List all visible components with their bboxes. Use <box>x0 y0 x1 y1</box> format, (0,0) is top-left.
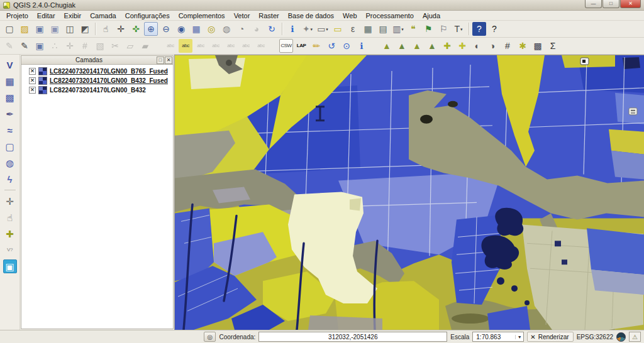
labeling-button[interactable]: ▥▾ <box>391 22 405 36</box>
layer-visibility-checkbox[interactable]: ✕ <box>29 87 36 94</box>
cut-features-button[interactable]: ✂ <box>108 39 122 53</box>
label-move-button[interactable]: abc <box>224 39 238 53</box>
menu-complementos[interactable]: Complementos <box>174 11 230 20</box>
label-show-hide-button[interactable]: abc <box>209 39 223 53</box>
add-spatialite-layer-button[interactable]: ✒ <box>3 107 17 121</box>
menu-camada[interactable]: Camada <box>86 11 121 20</box>
profile-tool-button-2[interactable]: ▲ <box>395 39 409 53</box>
maximize-button[interactable]: □ <box>602 0 619 8</box>
plugin-add-button[interactable]: ✚ <box>3 227 17 241</box>
vector-query-button[interactable]: V? <box>3 243 17 257</box>
menu-ajuda[interactable]: Ajuda <box>418 11 445 20</box>
deselect-features-button[interactable]: ▭ <box>331 22 345 36</box>
add-raster-layer-button[interactable]: ▦ <box>3 74 17 88</box>
add-postgis-layer-button[interactable]: ▩ <box>3 90 17 104</box>
zonal-statistics-button[interactable]: Σ <box>546 39 560 53</box>
feature-action-button[interactable]: ✦▾ <box>301 22 314 36</box>
lock-layers-button[interactable]: ◐ <box>470 39 484 53</box>
new-project-button[interactable]: ▢ <box>3 22 16 36</box>
map-tips-button[interactable]: ❝ <box>406 22 420 36</box>
sketch-pencil-button[interactable]: ✏ <box>309 39 323 53</box>
open-project-button[interactable]: ▨ <box>18 22 31 36</box>
profile-tool-button-3[interactable]: ▲ <box>410 39 424 53</box>
add-layer-star-button[interactable]: ✚ <box>455 39 469 53</box>
zoom-to-selection-button[interactable]: ◎ <box>204 22 218 36</box>
csw-search-button[interactable]: CSW <box>279 39 293 53</box>
menu-editar[interactable]: Editar <box>33 11 60 20</box>
attribute-table-button[interactable]: ▦ <box>361 22 375 36</box>
coordinate-input[interactable] <box>258 332 447 342</box>
layer-visibility-checkbox[interactable]: ✕ <box>29 68 36 75</box>
profile-tool-button-1[interactable]: ▲ <box>380 39 394 53</box>
add-feature-button[interactable]: ∴ <box>48 39 62 53</box>
style-key-button[interactable]: ✱ <box>516 39 530 53</box>
label-rotate-button[interactable]: abc <box>239 39 253 53</box>
save-layer-edits-button[interactable]: ▣ <box>33 39 47 53</box>
zoom-next-button[interactable]: ◕ <box>250 22 264 36</box>
scale-combo[interactable]: 1:70.863 ▼ <box>472 332 524 342</box>
menu-web[interactable]: Web <box>338 11 361 20</box>
pan-map-button[interactable]: ✛ <box>114 22 128 36</box>
zoom-to-layer-button[interactable]: ◍ <box>219 22 233 36</box>
profile-tool-button-4[interactable]: ▲ <box>425 39 439 53</box>
render-checkbox[interactable]: ✕ Renderizar <box>527 332 573 342</box>
layer-name[interactable]: LC82240732014170LGN00_B765_Fused <box>50 68 168 75</box>
add-vector-layer-button[interactable]: V <box>3 58 17 72</box>
lapig-maps-button[interactable]: LAP <box>294 39 308 53</box>
zoom-out-button[interactable]: ⊖ <box>159 22 173 36</box>
text-annotation-button[interactable]: T▾ <box>452 22 465 36</box>
close-button[interactable]: ✕ <box>620 0 641 8</box>
menu-configurac-es[interactable]: Configurações <box>121 11 174 20</box>
unlock-layers-button[interactable]: ◑ <box>486 39 499 53</box>
save-project-button[interactable]: ▣ <box>33 22 47 36</box>
raster-calculator-button[interactable]: ▤ <box>376 22 390 36</box>
refresh-map-button[interactable]: ↻ <box>265 22 279 36</box>
menu-projeto[interactable]: Projeto <box>2 11 33 20</box>
new-bookmark-button[interactable]: ⚑ <box>421 22 435 36</box>
zoom-in-button[interactable]: ⊕ <box>144 22 158 36</box>
messages-log-button[interactable]: ⚠ <box>629 332 641 342</box>
paste-features-button[interactable]: ▰ <box>138 39 152 53</box>
minimize-button[interactable]: — <box>585 0 602 8</box>
label-highlight-button[interactable]: abc <box>194 39 208 53</box>
label-pin-button[interactable]: abc <box>164 39 177 53</box>
menu-processamento[interactable]: Processamento <box>362 11 418 20</box>
select-features-button[interactable]: ▭▾ <box>316 22 330 36</box>
help-contents-button[interactable]: ? <box>472 22 486 36</box>
add-layer-plus-button[interactable]: ✚ <box>440 39 454 53</box>
coordinate-capture-button[interactable]: ◎ <box>204 332 216 342</box>
layer-name[interactable]: LC82240732014170LGN00_B432 <box>50 87 146 94</box>
layer-name[interactable]: LC82240732014170LGN00_B432_Fused <box>50 77 168 84</box>
panel-close-button[interactable]: ✕ <box>165 57 172 64</box>
zoom-full-button[interactable]: ▦ <box>189 22 203 36</box>
current-edits-button[interactable]: ✎ <box>3 39 16 53</box>
image-analysis-button[interactable]: ▩ <box>531 39 545 53</box>
toggle-editing-button[interactable]: ✎ <box>18 39 31 53</box>
panel-float-button[interactable]: □ <box>157 57 164 64</box>
zoom-native-button[interactable]: ◉ <box>174 22 188 36</box>
copy-features-button[interactable]: ▱ <box>123 39 137 53</box>
zoom-last-button[interactable]: ◔ <box>235 22 248 36</box>
view-undo-button[interactable]: ↺ <box>325 39 338 53</box>
identify-query-button[interactable]: ℹ <box>355 39 369 53</box>
menu-raster[interactable]: Raster <box>254 11 283 20</box>
add-wcs-layer-button[interactable]: ϟ <box>3 172 17 186</box>
whats-this-button[interactable]: ? <box>487 22 501 36</box>
layers-panel-header[interactable]: Camadas □ ✕ <box>21 55 174 65</box>
new-print-composer-button[interactable]: ◫ <box>63 22 77 36</box>
menu-vetor[interactable]: Vetor <box>230 11 255 20</box>
composer-manager-button[interactable]: ◩ <box>78 22 92 36</box>
add-mssql-layer-button[interactable]: ≈ <box>3 123 17 137</box>
show-bookmarks-button[interactable]: ⚐ <box>436 22 450 36</box>
label-properties-button[interactable]: abc <box>254 39 268 53</box>
touch-zoom-pan-button[interactable]: ☝ <box>99 22 113 36</box>
new-shapefile-button[interactable]: ✛ <box>3 194 17 208</box>
measure-button[interactable]: ε <box>346 22 360 36</box>
add-wms-layer-button[interactable]: ◍ <box>3 156 17 170</box>
menu-exibir[interactable]: Exibir <box>60 11 86 20</box>
menu-base-de-dados[interactable]: Base de dados <box>284 11 338 20</box>
grid-tool-button[interactable]: # <box>501 39 514 53</box>
layer-labeling-options-button[interactable]: abc <box>179 39 192 53</box>
pan-to-selection-button[interactable]: ✜ <box>129 22 143 36</box>
save-project-as-button[interactable]: ▣ <box>48 22 62 36</box>
